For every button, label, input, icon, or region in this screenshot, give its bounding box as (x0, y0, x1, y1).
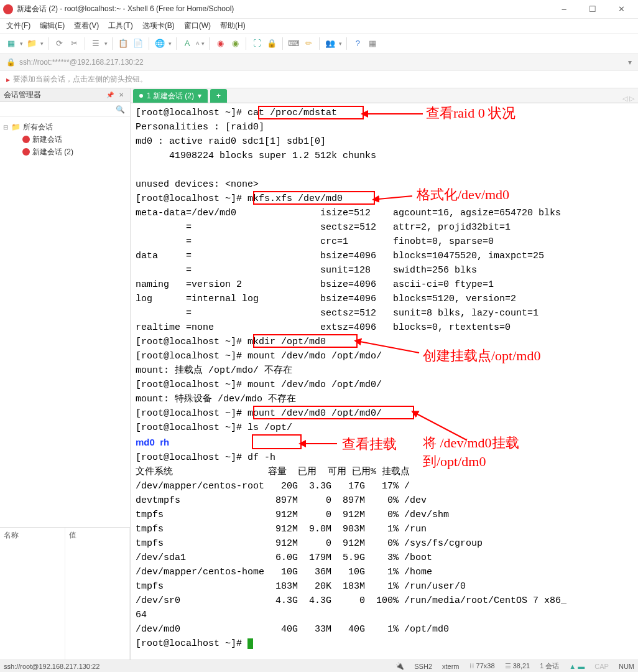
tree-item-label: 新建会话 (32, 134, 62, 145)
status-connection: ssh://root@192.168.217.130:22 (4, 663, 99, 670)
menu-edit[interactable]: 编辑(E) (40, 21, 65, 31)
tree-root-label: 所有会话 (23, 122, 53, 133)
lock-icon[interactable]: 🔒 (266, 37, 278, 50)
xshell-icon[interactable]: ◉ (214, 37, 226, 50)
hint-text: 要添加当前会话，点击左侧的箭头按钮。 (13, 74, 147, 85)
menu-bar: 文件(F) 编辑(E) 查看(V) 工具(T) 选项卡(B) 窗口(W) 帮助(… (0, 19, 638, 34)
close-button[interactable]: ✕ (613, 3, 630, 16)
address-dropdown-icon[interactable]: ▾ (628, 58, 632, 67)
panel-close-icon[interactable]: ✕ (119, 91, 124, 98)
session-search[interactable]: 🔍 (0, 102, 130, 117)
menu-view[interactable]: 查看(V) (74, 21, 99, 31)
maximize-button[interactable]: ☐ (584, 3, 601, 16)
globe-icon[interactable]: 🌐 (154, 37, 166, 50)
property-list: 名称 值 (0, 528, 130, 660)
expand-icon[interactable]: ⊟ (2, 124, 9, 131)
status-cursor: ☰ 38,21 (505, 662, 530, 670)
menu-window[interactable]: 窗口(W) (184, 21, 211, 31)
tab-dropdown-icon[interactable]: ▾ (198, 91, 201, 100)
session-icon (22, 136, 30, 143)
main-area: 1 新建会话 (2) ▾ + ◁ ▷ [root@localhost ~]# c… (131, 88, 638, 660)
paste-icon[interactable]: 📄 (132, 37, 144, 50)
panel-header: 会话管理器 📌 ✕ (0, 88, 130, 102)
font-icon[interactable]: A (181, 37, 193, 50)
copy-icon[interactable]: 📋 (117, 37, 129, 50)
status-size: ⁞⁞ 77x38 (469, 662, 495, 670)
new-session-icon[interactable]: ▦ (5, 37, 17, 50)
toolbar: ▦▾ 📁▾ ⟳ ✂ ☰▾ 📋 📄 🌐▾ AA▾ ◉ ◉ ⛶ 🔒 ⌨ ✏ 👥▾ ?… (0, 34, 638, 54)
pin-icon[interactable]: 📌 (106, 91, 114, 98)
address-text: ssh://root:******@192.168.217.130:22 (19, 58, 144, 67)
session-icon (22, 148, 30, 156)
status-sessions: 1 会话 (540, 661, 559, 671)
find-icon[interactable]: 👥 (324, 37, 336, 50)
minimize-button[interactable]: – (555, 3, 573, 16)
folder-icon: 📁 (11, 123, 21, 131)
panel-title: 会话管理器 (4, 90, 41, 100)
keyboard-icon[interactable]: ⌨ (287, 37, 300, 50)
tree-root[interactable]: ⊟ 📁 所有会话 (2, 121, 127, 133)
status-bar: ssh://root@192.168.217.130:22 🔌 SSH2 xte… (0, 660, 638, 672)
status-num: NUM (619, 663, 634, 670)
prop-col-name: 名称 (0, 528, 65, 660)
tab-add-button[interactable]: + (210, 89, 227, 103)
menu-help[interactable]: 帮助(H) (220, 21, 246, 31)
flag-icon: ▸ (6, 75, 10, 84)
status-cap: CAP (594, 663, 609, 670)
app-icon (3, 4, 13, 14)
hint-bar: ▸ 要添加当前会话，点击左侧的箭头按钮。 (0, 71, 638, 88)
search-icon: 🔍 (116, 105, 125, 114)
tree-item[interactable]: 新建会话 (22, 133, 127, 146)
lock-icon: 🔒 (6, 58, 16, 67)
reconnect-icon[interactable]: ⟳ (53, 37, 65, 50)
session-manager-panel: 会话管理器 📌 ✕ 🔍 ⊟ 📁 所有会话 新建会话 新建会话 (2) 名称 值 (0, 88, 131, 660)
terminal[interactable]: [root@localhost ~]# cat /proc/mdstat Per… (131, 103, 638, 660)
tab-label: 1 新建会话 (2) (147, 91, 194, 101)
window-titlebar: 新建会话 (2) - root@localhost:~ - Xshell 6 (… (0, 0, 638, 19)
window-title: 新建会话 (2) - root@localhost:~ - Xshell 6 (… (17, 4, 555, 14)
status-ssh: SSH2 (414, 663, 432, 670)
fullscreen-icon[interactable]: ⛶ (251, 37, 263, 50)
tab-status-icon (139, 94, 143, 98)
properties-icon[interactable]: ☰ (90, 37, 102, 50)
menu-tools[interactable]: 工具(T) (108, 21, 132, 31)
disconnect-icon[interactable]: ✂ (68, 37, 80, 50)
open-icon[interactable]: 📁 (25, 37, 38, 50)
tab-nav-arrows[interactable]: ◁ ▷ (619, 95, 638, 103)
prop-col-value: 值 (65, 528, 131, 660)
tree-item[interactable]: 新建会话 (2) (22, 146, 127, 158)
menu-tabs[interactable]: 选项卡(B) (142, 21, 175, 31)
tree-item-label: 新建会话 (2) (32, 147, 73, 157)
tab-bar: 1 新建会话 (2) ▾ + ◁ ▷ (131, 88, 638, 103)
address-bar[interactable]: 🔒 ssh://root:******@192.168.217.130:22 ▾ (0, 54, 638, 71)
script-icon[interactable]: ▦ (366, 37, 379, 50)
status-term: xterm (442, 663, 460, 670)
tab-session[interactable]: 1 新建会话 (2) ▾ (133, 89, 208, 103)
session-tree[interactable]: ⊟ 📁 所有会话 新建会话 新建会话 (2) (0, 117, 130, 528)
menu-file[interactable]: 文件(F) (6, 21, 30, 31)
highlight-icon[interactable]: ✏ (302, 37, 315, 50)
help-icon[interactable]: ? (351, 37, 364, 50)
xftp-icon[interactable]: ◉ (229, 37, 241, 50)
ssh-status-icon: 🔌 (395, 662, 404, 670)
